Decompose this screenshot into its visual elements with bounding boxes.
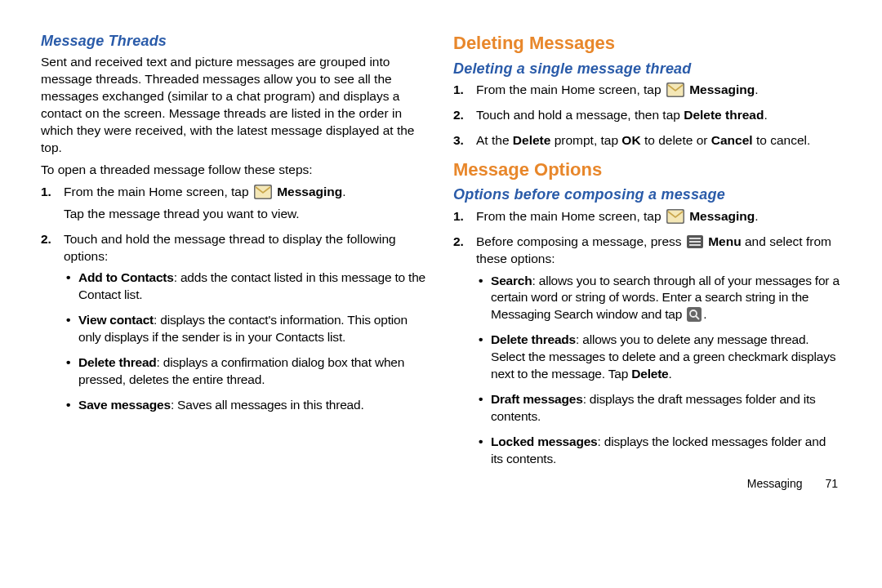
option-delete-thread: Delete thread: displays a confirmation d… — [78, 354, 429, 389]
messaging-icon — [254, 185, 272, 199]
option-locked-messages: Locked messages: displays the locked mes… — [491, 434, 841, 468]
opt-step-1: From the main Home screen, tap Messaging… — [476, 208, 841, 225]
heading-deleting-single-thread: Deleting a single message thread — [453, 59, 841, 78]
footer-section: Messaging — [747, 477, 803, 490]
compose-options: Search: allows you to search through all… — [476, 273, 841, 468]
thread-options: Add to Contacts: adds the contact listed… — [64, 270, 429, 413]
heading-options-before-composing: Options before composing a message — [453, 185, 841, 204]
step-1: From the main Home screen, tap Messaging… — [64, 184, 429, 223]
search-icon — [687, 307, 702, 322]
svg-rect-10 — [687, 307, 702, 322]
del-step-2: Touch and hold a message, then tap Delet… — [476, 107, 841, 124]
page-footer: Messaging 71 — [453, 476, 841, 492]
option-search: Search: allows you to search through all… — [491, 273, 841, 324]
option-draft-messages: Draft messages: displays the draft messa… — [491, 391, 841, 425]
intro-paragraph: Sent and received text and picture messa… — [41, 54, 429, 157]
step-2: Touch and hold the message thread to dis… — [64, 231, 429, 414]
option-save-messages: Save messages: Saves all messages in thi… — [78, 397, 429, 414]
left-column: Message Threads Sent and received text a… — [41, 31, 429, 492]
options-steps: From the main Home screen, tap Messaging… — [453, 208, 841, 468]
messaging-icon — [666, 82, 684, 97]
svg-rect-7 — [689, 238, 701, 239]
svg-rect-9 — [689, 244, 701, 246]
del-step-3: At the Delete prompt, tap OK to delete o… — [476, 132, 841, 149]
messaging-icon — [666, 209, 684, 224]
heading-deleting-messages: Deleting Messages — [453, 31, 841, 56]
right-column: Deleting Messages Deleting a single mess… — [453, 31, 841, 492]
option-view-contact: View contact: displays the contact's inf… — [78, 312, 429, 346]
page-number: 71 — [825, 477, 838, 490]
svg-rect-8 — [689, 241, 701, 243]
heading-message-options: Message Options — [453, 158, 841, 182]
del-step-1: From the main Home screen, tap Messaging… — [476, 82, 841, 99]
threads-steps: From the main Home screen, tap Messaging… — [41, 184, 429, 414]
opt-step-2: Before composing a message, press Menu a… — [476, 234, 841, 468]
delete-thread-steps: From the main Home screen, tap Messaging… — [453, 82, 841, 149]
menu-icon — [687, 235, 703, 248]
heading-message-threads: Message Threads — [41, 31, 429, 51]
manual-page: Message Threads Sent and received text a… — [0, 0, 882, 508]
open-instructions: To open a threaded message follow these … — [41, 162, 429, 179]
option-delete-threads: Delete threads: allows you to delete any… — [491, 332, 841, 383]
option-add-to-contacts: Add to Contacts: adds the contact listed… — [78, 270, 429, 304]
